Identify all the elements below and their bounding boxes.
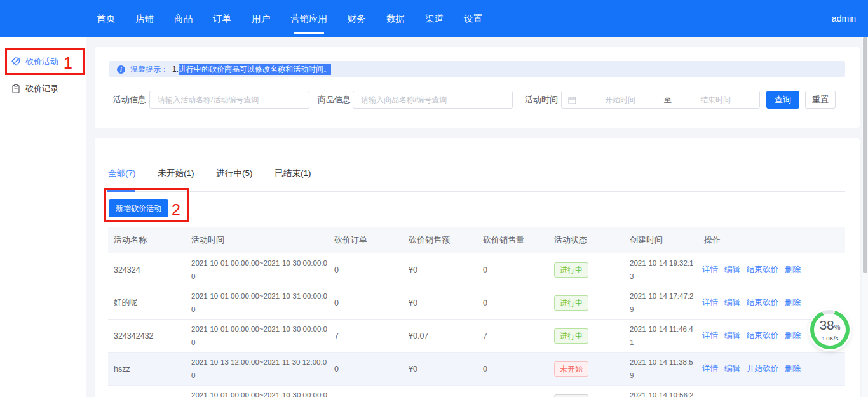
network-monitor-widget[interactable]: 38% ↑ 0K/s (810, 310, 850, 349)
cell-bargain-orders: 0 (329, 365, 403, 373)
cell-activity-name: 好的呢 (108, 297, 186, 308)
cell-bargain-qty: 0 (477, 266, 552, 274)
annotation-box-1: 1 (5, 48, 85, 75)
search-button[interactable]: 查询 (766, 91, 799, 109)
cell-bargain-orders: 0 (329, 299, 403, 307)
date-separator: 至 (664, 95, 672, 105)
action-link[interactable]: 编辑 (724, 363, 740, 374)
status-badge: 进行中 (554, 328, 588, 344)
cell-activity-period: 2021-10-01 00:00:00~2021-10-30 00:00:00 (186, 389, 329, 397)
info-icon: i (117, 65, 125, 74)
annotation-box-2: 2 (104, 188, 189, 222)
action-link[interactable]: 结束砍价 (747, 264, 778, 275)
nav-item[interactable]: 财务 (348, 0, 366, 37)
cell-activity-status: 进行中 (552, 262, 624, 278)
tab[interactable]: 进行中(5) (217, 168, 253, 179)
goods-info-label: 商品信息 (318, 91, 351, 109)
nav-item[interactable]: 渠道 (425, 0, 444, 37)
date-range-picker[interactable]: 开始时间 至 结束时间 (561, 91, 760, 109)
scrollbar-thumb[interactable] (863, 37, 867, 273)
speed-value: 0K/s (826, 335, 838, 342)
cell-activity-name: hszz (108, 365, 186, 373)
cell-created-time: 2021-10-14 17:47:29 (624, 290, 698, 316)
nav-item[interactable]: 店铺 (135, 0, 154, 37)
action-link[interactable]: 编辑 (724, 297, 740, 308)
action-link[interactable]: 详情 (702, 330, 718, 341)
cell-bargain-orders: 7 (329, 332, 403, 340)
nav-item[interactable]: 商品 (174, 0, 193, 37)
cell-bargain-sales: ¥0 (403, 266, 477, 274)
cell-activity-status: 未开始 (552, 361, 624, 377)
cell-bargain-qty: 7 (477, 332, 552, 340)
upload-arrow-icon: ↑ (822, 335, 825, 342)
column-header: 砍价订单 (329, 234, 403, 246)
activity-search-input[interactable] (149, 91, 309, 109)
user-name[interactable]: admin (832, 0, 856, 37)
column-header: 活动时间 (186, 234, 329, 246)
status-badge: 进行中 (554, 295, 588, 311)
sidebar: 砍价活动 砍价记录 1 (0, 37, 86, 397)
action-link[interactable]: 删除 (785, 297, 801, 308)
column-header: 活动名称 (108, 234, 186, 246)
cell-bargain-qty: 0 (477, 365, 552, 373)
action-link[interactable]: 详情 (702, 363, 718, 374)
action-link[interactable]: 删除 (785, 363, 801, 374)
table-row: 好的呢2021-10-01 00:00:00~2021-10-31 00:00:… (108, 286, 845, 320)
filter-card: i 温馨提示： 1.进行中的砍价商品可以修改名称和活动时间。 活动信息 商品信息… (95, 47, 860, 128)
action-link[interactable]: 删除 (785, 264, 801, 275)
cell-activity-status: 已结束 (552, 394, 624, 397)
action-link[interactable]: 详情 (702, 297, 718, 308)
cell-created-time: 2021-10-14 10:56:2 (624, 389, 698, 397)
status-badge: 已结束 (554, 394, 588, 397)
column-header: 砍价销售额 (403, 234, 477, 246)
cell-created-time: 2021-10-14 19:32:13 (624, 257, 698, 283)
status-badge: 进行中 (554, 262, 588, 278)
nav-item[interactable]: 订单 (213, 0, 231, 37)
action-link[interactable]: 详情 (702, 264, 718, 275)
tab[interactable]: 未开始(1) (158, 168, 194, 179)
cell-activity-period: 2021-10-01 00:00:00~2021-10-31 00:00:00 (186, 290, 329, 316)
cell-operations: 详情编辑开始砍价删除 (698, 363, 845, 374)
tip-number: 1. (172, 65, 179, 74)
nav-item[interactable]: 营销应用 (290, 0, 327, 37)
activity-time-label: 活动时间 (525, 91, 558, 109)
annotation-number-2: 2 (172, 201, 180, 219)
main-nav: 首页店铺商品订单用户营销应用财务数据渠道设置 (97, 0, 482, 37)
tip-highlighted-text: 进行中的砍价商品可以修改名称和活动时间。 (179, 64, 331, 75)
sidebar-item-bargain-record[interactable]: 砍价记录 (0, 79, 86, 99)
cell-operations: 详情编辑结束砍价删除 (698, 297, 845, 308)
tab[interactable]: 已结束(1) (275, 168, 311, 179)
cell-activity-status: 进行中 (552, 328, 624, 344)
action-link[interactable]: 删除 (785, 330, 801, 341)
column-header: 砍价销售量 (477, 234, 552, 246)
nav-item[interactable]: 数据 (386, 0, 405, 37)
goods-search-input[interactable] (353, 91, 513, 109)
percent-value: 38 (819, 318, 834, 332)
nav-item[interactable]: 设置 (464, 0, 482, 37)
cell-activity-name: 324342432 (108, 332, 186, 340)
action-link[interactable]: 结束砍价 (747, 297, 778, 308)
action-link[interactable]: 开始砍价 (747, 363, 778, 374)
status-tabs: 全部(7)未开始(1)进行中(5)已结束(1) (108, 168, 311, 179)
cell-bargain-sales: ¥0.07 (403, 332, 477, 340)
action-link[interactable]: 结束砍价 (747, 330, 778, 341)
start-time-placeholder[interactable]: 开始时间 (576, 95, 664, 105)
tip-bar: i 温馨提示： 1.进行中的砍价商品可以修改名称和活动时间。 (109, 61, 845, 77)
table-row: 2021-10-01 00:00:00~2021-10-30 00:00:00已… (108, 386, 845, 397)
percent-sign: % (834, 323, 841, 331)
cell-created-time: 2021-10-14 11:46:41 (624, 323, 698, 349)
scrollbar-track[interactable] (862, 37, 868, 397)
reset-button[interactable]: 重置 (805, 91, 836, 109)
nav-item[interactable]: 首页 (97, 0, 115, 37)
tabs-divider (108, 191, 845, 192)
action-link[interactable]: 编辑 (724, 264, 740, 275)
sidebar-item-label: 砍价记录 (25, 83, 58, 95)
table-row: hszz2021-10-13 12:00:00~2021-11-30 12:00… (108, 353, 845, 386)
cell-bargain-sales: ¥0 (403, 365, 477, 373)
tab[interactable]: 全部(7) (108, 168, 136, 179)
activity-info-label: 活动信息 (113, 91, 146, 109)
action-link[interactable]: 编辑 (724, 330, 740, 341)
table-row: 3243424322021-10-01 00:00:00~2021-10-30 … (108, 320, 845, 353)
end-time-placeholder[interactable]: 结束时间 (672, 95, 759, 105)
nav-item[interactable]: 用户 (252, 0, 270, 37)
